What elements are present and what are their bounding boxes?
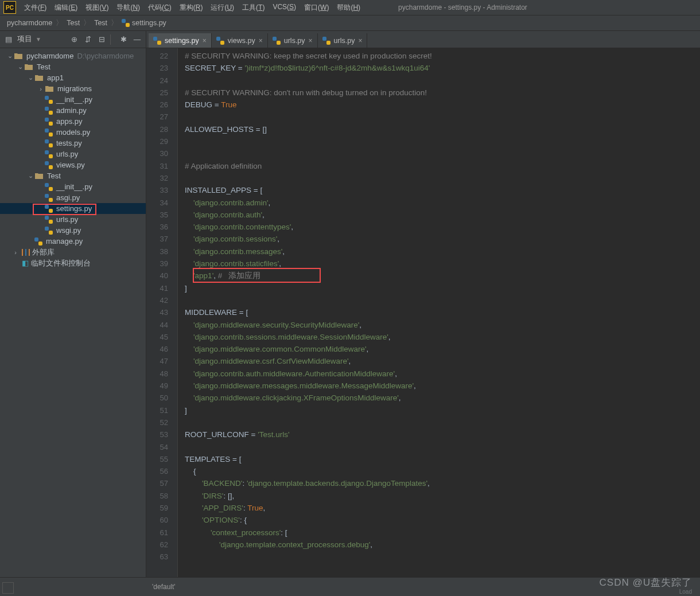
- line-number[interactable]: 23: [146, 62, 168, 74]
- code-line[interactable]: ALLOWED_HOSTS = []: [178, 123, 700, 135]
- code-line[interactable]: [178, 441, 700, 453]
- code-line[interactable]: [178, 147, 700, 159]
- code-line[interactable]: 'django.contrib.sessions.middleware.Sess…: [178, 331, 700, 343]
- line-number[interactable]: 29: [146, 135, 168, 147]
- line-number[interactable]: 34: [146, 197, 168, 209]
- tree-row-adminpy[interactable]: admin.py: [0, 105, 146, 116]
- line-number[interactable]: 22: [146, 50, 168, 62]
- line-number[interactable]: 58: [146, 490, 168, 502]
- tree-row-migrations[interactable]: ›migrations: [0, 83, 146, 94]
- breadcrumb-item[interactable]: Test: [64, 19, 82, 27]
- breadcrumb-item[interactable]: settings.py: [119, 19, 169, 27]
- tree-row-Test[interactable]: ⌄Test: [0, 61, 146, 72]
- line-number[interactable]: 57: [146, 477, 168, 489]
- tree-row-viewspy[interactable]: views.py: [0, 159, 146, 170]
- collapse-icon[interactable]: ⊟: [96, 34, 107, 45]
- line-number[interactable]: 62: [146, 539, 168, 551]
- menu-c[interactable]: 代码(C): [145, 1, 175, 14]
- line-number[interactable]: 33: [146, 184, 168, 196]
- toggle-icon[interactable]: ⌄: [26, 74, 34, 81]
- code-line[interactable]: [178, 111, 700, 123]
- code-line[interactable]: [178, 75, 700, 87]
- tree-row-modelspy[interactable]: models.py: [0, 127, 146, 138]
- line-number[interactable]: 50: [146, 392, 168, 404]
- line-number[interactable]: 41: [146, 282, 168, 294]
- code-line[interactable]: 'django.middleware.security.SecurityMidd…: [178, 319, 700, 331]
- menu-n[interactable]: 导航(N): [113, 1, 143, 14]
- line-number[interactable]: 60: [146, 514, 168, 526]
- tree-row-app1[interactable]: ⌄app1: [0, 72, 146, 83]
- tool-window-icon[interactable]: [2, 582, 14, 594]
- project-tree[interactable]: ⌄pycharmdomeD:\pycharmdome⌄Test⌄app1›mig…: [0, 48, 146, 577]
- code-line[interactable]: 'django.contrib.auth',: [178, 209, 700, 221]
- code-line[interactable]: 'django.contrib.auth.middleware.Authenti…: [178, 368, 700, 380]
- tree-row-__init__py[interactable]: __init__.py: [0, 181, 146, 192]
- toggle-icon[interactable]: ⌄: [26, 172, 34, 180]
- editor-tab[interactable]: urls.py×: [268, 33, 318, 48]
- tree-row-settingspy[interactable]: settings.py: [0, 203, 146, 214]
- code-line[interactable]: MIDDLEWARE = [: [178, 306, 700, 318]
- hide-icon[interactable]: —: [132, 34, 142, 45]
- code-line[interactable]: # SECURITY WARNING: don't run with debug…: [178, 87, 700, 99]
- code-line[interactable]: [178, 172, 700, 184]
- code-line[interactable]: ROOT_URLCONF = 'Test.urls': [178, 429, 700, 441]
- editor-tab[interactable]: settings.py×: [149, 33, 212, 48]
- line-number[interactable]: 31: [146, 160, 168, 172]
- line-number[interactable]: 61: [146, 527, 168, 539]
- code-line[interactable]: [178, 551, 700, 563]
- code-line[interactable]: DEBUG = True: [178, 99, 700, 111]
- menu-vcss[interactable]: VCS(S): [269, 1, 300, 14]
- external-libraries[interactable]: › 外部库: [0, 247, 146, 258]
- line-number[interactable]: 28: [146, 123, 168, 135]
- line-number[interactable]: 44: [146, 319, 168, 331]
- line-number[interactable]: 49: [146, 380, 168, 392]
- code-line[interactable]: 'OPTIONS': {: [178, 514, 700, 526]
- code-line[interactable]: {: [178, 465, 700, 477]
- line-number[interactable]: 25: [146, 87, 168, 99]
- code-line[interactable]: [178, 416, 700, 429]
- tree-row-appspy[interactable]: apps.py: [0, 116, 146, 127]
- breadcrumb-item[interactable]: pycharmdome: [5, 19, 55, 27]
- line-number[interactable]: 32: [146, 172, 168, 184]
- toggle-icon[interactable]: ⌄: [16, 63, 24, 71]
- gutter[interactable]: 2223242526272829303132333435363738394041…: [146, 48, 178, 577]
- tree-row-testspy[interactable]: tests.py: [0, 138, 146, 149]
- tree-row-pycharmdome[interactable]: ⌄pycharmdomeD:\pycharmdome: [0, 50, 146, 61]
- tree-row-Test[interactable]: ⌄Test: [0, 170, 146, 181]
- code-line[interactable]: # SECURITY WARNING: keep the secret key …: [178, 50, 700, 62]
- close-icon[interactable]: ×: [203, 37, 207, 45]
- line-number[interactable]: 24: [146, 75, 168, 87]
- menu-w[interactable]: 窗口(W): [301, 1, 332, 14]
- close-icon[interactable]: ×: [358, 37, 362, 45]
- tree-row-__init__py[interactable]: __init__.py: [0, 94, 146, 105]
- line-number[interactable]: 37: [146, 233, 168, 245]
- line-number[interactable]: 59: [146, 502, 168, 514]
- line-number[interactable]: 39: [146, 258, 168, 270]
- menu-h[interactable]: 帮助(H): [333, 1, 364, 14]
- code-line[interactable]: 'django.middleware.clickjacking.XFrameOp…: [178, 392, 700, 404]
- menu-u[interactable]: 运行(U): [207, 1, 238, 14]
- expand-icon[interactable]: ⇵: [83, 34, 93, 45]
- breadcrumb-item[interactable]: Test: [92, 19, 110, 27]
- line-number[interactable]: 52: [146, 416, 168, 429]
- line-number[interactable]: 40: [146, 270, 168, 282]
- code-line[interactable]: 'django.contrib.admin',: [178, 197, 700, 209]
- tree-row-wsgipy[interactable]: wsgi.py: [0, 225, 146, 236]
- toggle-icon[interactable]: ›: [37, 85, 45, 92]
- line-number[interactable]: 36: [146, 221, 168, 233]
- code-line[interactable]: 'django.contrib.contenttypes',: [178, 221, 700, 233]
- scratches[interactable]: ◧ 临时文件和控制台: [0, 258, 146, 268]
- code-line[interactable]: [178, 135, 700, 147]
- tree-row-urlspy[interactable]: urls.py: [0, 214, 146, 225]
- code-line[interactable]: 'DIRS': [],: [178, 490, 700, 502]
- code-line[interactable]: 'django.middleware.common.CommonMiddlewa…: [178, 343, 700, 355]
- tree-row-urlspy[interactable]: urls.py: [0, 149, 146, 159]
- line-number[interactable]: 30: [146, 147, 168, 159]
- dropdown-icon[interactable]: ▼: [36, 36, 41, 42]
- line-number[interactable]: 45: [146, 331, 168, 343]
- line-number[interactable]: 54: [146, 441, 168, 453]
- code-line[interactable]: 'django.contrib.sessions',: [178, 233, 700, 245]
- line-number[interactable]: 47: [146, 355, 168, 367]
- tree-row-managepy[interactable]: manage.py: [0, 236, 146, 247]
- line-number[interactable]: 53: [146, 429, 168, 441]
